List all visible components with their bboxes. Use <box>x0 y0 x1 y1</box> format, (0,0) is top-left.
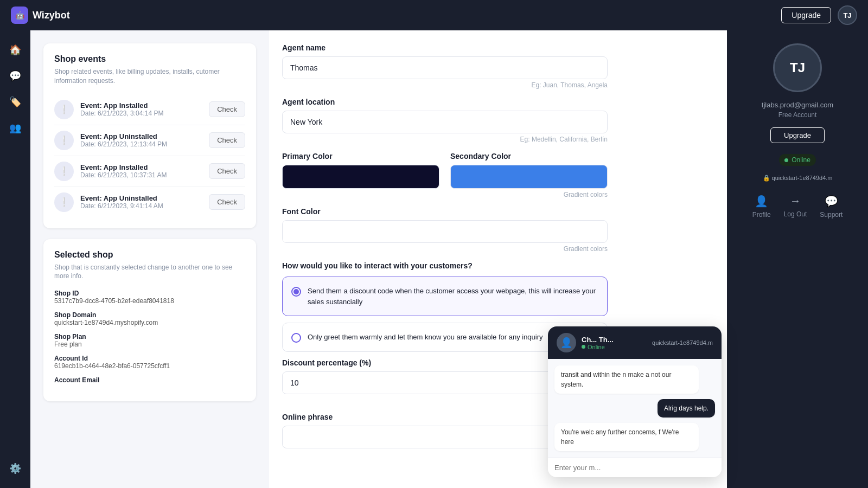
event-icon-1: ❕ <box>54 131 74 150</box>
chat-input-row <box>548 458 722 477</box>
support-label: Support <box>820 211 843 219</box>
font-color-input[interactable] <box>282 220 608 243</box>
event-name-1: Event: App Uninstalled <box>80 132 202 140</box>
shop-domain-row: Shop Domain quickstart-1e8749d4.myshopif… <box>54 311 245 326</box>
event-name-0: Event: App Installed <box>80 101 202 110</box>
agent-name-hint: Eg: Juan, Thomas, Angela <box>282 81 608 89</box>
chat-agent-name: Ch... Th... <box>582 336 614 344</box>
event-item: ❕ Event: App Uninstalled Date: 6/21/2023… <box>54 125 245 156</box>
online-text: Online <box>792 156 810 164</box>
sidebar-item-settings[interactable]: ⚙️ <box>4 458 26 479</box>
chat-panel: 👤 Ch... Th... Online quickstart-1e8749d4… <box>548 326 722 477</box>
font-color-label: Font Color <box>282 207 608 216</box>
logo: 🤖 Wizybot <box>11 7 70 24</box>
sidebar: 🏠 💬 🏷️ 👥 ⚙️ <box>0 30 30 488</box>
chat-shop-ref: quickstart-1e8749d4.m <box>652 339 713 346</box>
selected-shop-subtitle: Shop that is constantly selected change … <box>54 263 245 281</box>
option-radio-greet <box>291 333 301 343</box>
option-text-discount: Send them a discount code when the custo… <box>308 286 598 307</box>
event-icon-2: ❕ <box>54 162 74 181</box>
logo-icon: 🤖 <box>11 7 28 24</box>
upgrade-button[interactable]: Upgrade <box>781 7 831 23</box>
account-id-row: Account Id 619ecb1b-c464-48e2-bfa6-05772… <box>54 355 245 370</box>
secondary-color-label: Secondary Color <box>450 152 608 160</box>
shop-id-value: 5317c7b9-dcc8-4705-b2ef-edeaf8041818 <box>54 297 245 305</box>
logout-label: Log Out <box>784 210 807 218</box>
top-nav: 🤖 Wizybot Upgrade TJ <box>0 0 868 30</box>
event-name-3: Event: App Uninstalled <box>80 194 202 202</box>
support-icon: 💬 <box>825 195 838 208</box>
chat-online-text: Online <box>588 344 605 350</box>
primary-color-label: Primary Color <box>282 152 439 160</box>
color-hint: Gradient colors <box>282 191 608 198</box>
shop-events-subtitle: Shop related events, like billing update… <box>54 67 245 86</box>
user-email: tjlabs.prod@gmail.com <box>762 101 833 109</box>
check-button-3[interactable]: Check <box>209 194 245 210</box>
shop-ref: 🔒 quickstart-1e8749d4.m <box>763 175 833 182</box>
agent-location-hint: Eg: Medellin, California, Berlín <box>282 136 608 143</box>
logout-icon: → <box>790 195 801 207</box>
selected-shop-card: Selected shop Shop that is constantly se… <box>43 239 256 402</box>
chat-input[interactable] <box>554 464 715 472</box>
user-plan: Free Account <box>778 111 817 119</box>
option-radio-discount <box>291 287 301 297</box>
agent-name-input[interactable] <box>282 56 608 79</box>
event-date-3: Date: 6/21/2023, 9:41:14 AM <box>80 202 202 210</box>
user-nav-profile[interactable]: 👤 Profile <box>752 195 771 219</box>
secondary-color-swatch[interactable] <box>450 165 608 189</box>
chat-messages: transit and within the n make a not our … <box>548 359 722 458</box>
event-date-0: Date: 6/21/2023, 3:04:14 PM <box>80 110 202 117</box>
user-dropdown-panel: TJ tjlabs.prod@gmail.com Free Account Up… <box>727 30 868 488</box>
sidebar-item-tags[interactable]: 🏷️ <box>4 91 26 113</box>
check-button-1[interactable]: Check <box>209 132 245 148</box>
top-nav-right: Upgrade TJ <box>781 5 857 25</box>
event-date-2: Date: 6/21/2023, 10:37:31 AM <box>80 171 202 179</box>
online-badge: Online <box>779 154 816 166</box>
user-nav-support[interactable]: 💬 Support <box>820 195 843 219</box>
event-item: ❕ Event: App Installed Date: 6/21/2023, … <box>54 156 245 187</box>
account-id-label: Account Id <box>54 355 245 362</box>
primary-color-group: Primary Color <box>282 152 439 189</box>
event-item: ❕ Event: App Installed Date: 6/21/2023, … <box>54 94 245 125</box>
check-button-0[interactable]: Check <box>209 101 245 117</box>
app-name: Wizybot <box>33 10 70 21</box>
option-text-greet: Only greet them warmly and let them know… <box>308 332 543 343</box>
user-avatar-button[interactable]: TJ <box>838 5 857 25</box>
secondary-color-group: Secondary Color <box>450 152 608 189</box>
chat-message-2: You're welc any further concerns, f We'r… <box>554 423 699 451</box>
shop-id-row: Shop ID 5317c7b9-dcc8-4705-b2ef-edeaf804… <box>54 290 245 305</box>
selected-shop-title: Selected shop <box>54 250 245 260</box>
left-panel: Shop events Shop related events, like bi… <box>30 30 269 488</box>
chat-message-1: Alrig days help. <box>658 399 715 418</box>
user-nav-logout[interactable]: → Log Out <box>784 195 807 219</box>
chat-online-status: Online <box>582 344 614 350</box>
chat-avatar: 👤 <box>557 333 576 352</box>
chat-header-info: Ch... Th... Online <box>582 336 614 350</box>
shop-events-title: Shop events <box>54 54 245 64</box>
chat-message-0: transit and within the n make a not our … <box>554 365 699 394</box>
interact-question-label: How would you like to interact with your… <box>282 261 608 270</box>
sidebar-item-chat[interactable]: 💬 <box>4 65 26 87</box>
shop-domain-label: Shop Domain <box>54 311 245 319</box>
chat-header: 👤 Ch... Th... Online quickstart-1e8749d4… <box>548 326 722 359</box>
shop-domain-value: quickstart-1e8749d4.myshopify.com <box>54 319 245 326</box>
shop-plan-row: Shop Plan Free plan <box>54 333 245 348</box>
check-button-2[interactable]: Check <box>209 163 245 179</box>
user-nav: 👤 Profile → Log Out 💬 Support <box>752 195 843 219</box>
event-name-2: Event: App Installed <box>80 163 202 171</box>
agent-name-label: Agent name <box>282 43 608 52</box>
shop-plan-label: Shop Plan <box>54 333 245 341</box>
event-icon-3: ❕ <box>54 192 74 212</box>
user-avatar-large: TJ <box>773 43 822 92</box>
primary-color-swatch[interactable] <box>282 165 439 189</box>
sidebar-item-users[interactable]: 👥 <box>4 117 26 139</box>
agent-location-input[interactable] <box>282 111 608 133</box>
dropdown-upgrade-button[interactable]: Upgrade <box>770 127 825 143</box>
color-row: Primary Color Secondary Color <box>282 152 608 189</box>
font-color-hint: Gradient colors <box>282 245 608 253</box>
account-id-value: 619ecb1b-c464-48e2-bfa6-057725cfcff1 <box>54 362 245 370</box>
sidebar-item-home[interactable]: 🏠 <box>4 39 26 61</box>
option-card-discount[interactable]: Send them a discount code when the custo… <box>282 277 608 316</box>
profile-icon: 👤 <box>755 195 768 208</box>
shop-id-label: Shop ID <box>54 290 245 297</box>
